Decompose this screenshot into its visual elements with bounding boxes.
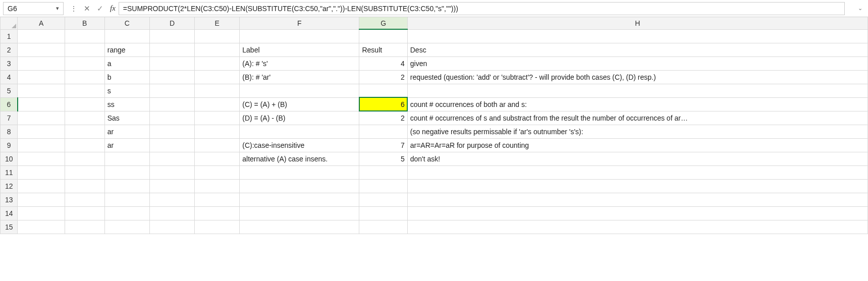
- cell-C11[interactable]: [104, 165, 149, 179]
- cell-D6[interactable]: [149, 97, 194, 111]
- cell-G2[interactable]: Result: [359, 43, 407, 57]
- col-header-A[interactable]: A: [18, 17, 65, 29]
- cell-D9[interactable]: [149, 138, 194, 152]
- cell-G8[interactable]: [359, 125, 407, 138]
- cell-H8[interactable]: (so negative results permissable if 'ar'…: [407, 125, 867, 138]
- row-header-5[interactable]: 5: [1, 84, 18, 97]
- row-header-1[interactable]: 1: [1, 29, 18, 43]
- cell-H10[interactable]: don't ask!: [407, 152, 867, 165]
- cell-F6[interactable]: (C) = (A) + (B): [240, 97, 359, 111]
- cell-C6[interactable]: ss: [104, 97, 149, 111]
- cell-F3[interactable]: (A): # 's': [240, 57, 359, 70]
- cancel-icon[interactable]: ✕: [82, 4, 92, 14]
- cell-H11[interactable]: [407, 165, 867, 179]
- cell-B14[interactable]: [65, 206, 104, 220]
- cell-G14[interactable]: [359, 206, 407, 220]
- cell-D15[interactable]: [149, 220, 194, 234]
- cell-A2[interactable]: [18, 43, 65, 57]
- col-header-H[interactable]: H: [407, 17, 867, 29]
- cell-C1[interactable]: [104, 29, 149, 43]
- cell-B9[interactable]: [65, 138, 104, 152]
- cell-A4[interactable]: [18, 70, 65, 84]
- cell-E14[interactable]: [195, 206, 240, 220]
- cell-A7[interactable]: [18, 111, 65, 125]
- cell-E2[interactable]: [195, 43, 240, 57]
- cell-C3[interactable]: a: [104, 57, 149, 70]
- cell-E5[interactable]: [195, 84, 240, 97]
- cell-C13[interactable]: [104, 193, 149, 206]
- cell-B4[interactable]: [65, 70, 104, 84]
- cell-B12[interactable]: [65, 179, 104, 193]
- cell-F7[interactable]: (D) = (A) - (B): [240, 111, 359, 125]
- cell-G15[interactable]: [359, 220, 407, 234]
- cell-E8[interactable]: [195, 125, 240, 138]
- cell-D1[interactable]: [149, 29, 194, 43]
- cell-D5[interactable]: [149, 84, 194, 97]
- name-box[interactable]: G6 ▾: [3, 2, 64, 15]
- cell-H4[interactable]: requested (question: 'add' or 'subtract'…: [407, 70, 867, 84]
- cell-D13[interactable]: [149, 193, 194, 206]
- cell-G5[interactable]: [359, 84, 407, 97]
- cell-H13[interactable]: [407, 193, 867, 206]
- cell-E7[interactable]: [195, 111, 240, 125]
- row-header-6[interactable]: 6: [1, 97, 18, 111]
- cell-C10[interactable]: [104, 152, 149, 165]
- cell-E12[interactable]: [195, 179, 240, 193]
- cell-A8[interactable]: [18, 125, 65, 138]
- cell-A1[interactable]: [18, 29, 65, 43]
- cell-B10[interactable]: [65, 152, 104, 165]
- row-header-3[interactable]: 3: [1, 57, 18, 70]
- cell-A15[interactable]: [18, 220, 65, 234]
- cell-F8[interactable]: [240, 125, 359, 138]
- cell-C15[interactable]: [104, 220, 149, 234]
- cell-A5[interactable]: [18, 84, 65, 97]
- cell-C9[interactable]: ar: [104, 138, 149, 152]
- cell-G12[interactable]: [359, 179, 407, 193]
- cell-D3[interactable]: [149, 57, 194, 70]
- col-header-C[interactable]: C: [104, 17, 149, 29]
- fx-icon[interactable]: fx: [110, 4, 116, 13]
- enter-icon[interactable]: ✓: [95, 4, 105, 14]
- cell-E6[interactable]: [195, 97, 240, 111]
- cell-A6[interactable]: [18, 97, 65, 111]
- cell-H9[interactable]: ar=AR=Ar=aR for purpose of counting: [407, 138, 867, 152]
- cell-H3[interactable]: given: [407, 57, 867, 70]
- cell-G10[interactable]: 5: [359, 152, 407, 165]
- col-header-F[interactable]: F: [240, 17, 359, 29]
- cell-E13[interactable]: [195, 193, 240, 206]
- cell-C2[interactable]: range: [104, 43, 149, 57]
- cell-F15[interactable]: [240, 220, 359, 234]
- cell-D7[interactable]: [149, 111, 194, 125]
- row-header-13[interactable]: 13: [1, 193, 18, 206]
- cell-G4[interactable]: 2: [359, 70, 407, 84]
- cell-A13[interactable]: [18, 193, 65, 206]
- cell-D4[interactable]: [149, 70, 194, 84]
- cell-E4[interactable]: [195, 70, 240, 84]
- cell-B2[interactable]: [65, 43, 104, 57]
- cell-B7[interactable]: [65, 111, 104, 125]
- spreadsheet-grid[interactable]: ABCDEFGH 12rangeLabelResultDesc3a(A): # …: [0, 17, 868, 234]
- cell-F11[interactable]: [240, 165, 359, 179]
- cell-H12[interactable]: [407, 179, 867, 193]
- cell-H7[interactable]: count # occurrences of s and substract f…: [407, 111, 867, 125]
- chevron-down-icon[interactable]: ▾: [56, 5, 59, 12]
- cell-C5[interactable]: s: [104, 84, 149, 97]
- formula-input[interactable]: =SUMPRODUCT(2*LEN(C3:C50)-LEN(SUBSTITUTE…: [119, 2, 845, 15]
- cell-D12[interactable]: [149, 179, 194, 193]
- cell-D11[interactable]: [149, 165, 194, 179]
- cell-G1[interactable]: [359, 29, 407, 43]
- cell-H2[interactable]: Desc: [407, 43, 867, 57]
- row-header-11[interactable]: 11: [1, 165, 18, 179]
- cell-G13[interactable]: [359, 193, 407, 206]
- cell-B3[interactable]: [65, 57, 104, 70]
- row-header-14[interactable]: 14: [1, 206, 18, 220]
- row-header-15[interactable]: 15: [1, 220, 18, 234]
- cell-G3[interactable]: 4: [359, 57, 407, 70]
- cell-A12[interactable]: [18, 179, 65, 193]
- cell-A9[interactable]: [18, 138, 65, 152]
- cell-A14[interactable]: [18, 206, 65, 220]
- col-header-G[interactable]: G: [359, 17, 407, 29]
- cell-E9[interactable]: [195, 138, 240, 152]
- cell-E1[interactable]: [195, 29, 240, 43]
- cell-D14[interactable]: [149, 206, 194, 220]
